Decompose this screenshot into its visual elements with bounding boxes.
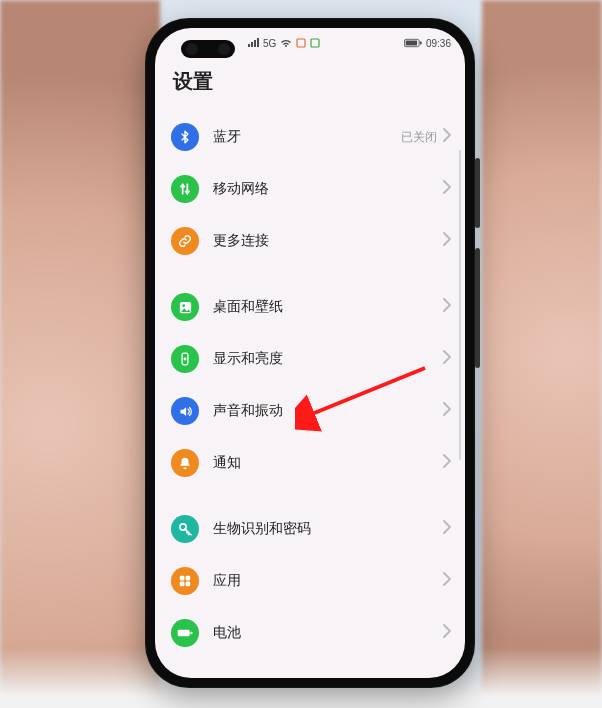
group-divider <box>155 489 465 503</box>
signal-icon <box>247 38 259 48</box>
settings-list: 蓝牙 已关闭 移动网络 更多连接 <box>155 111 465 659</box>
svg-rect-11 <box>186 576 191 581</box>
row-label: 显示和亮度 <box>213 350 443 368</box>
page-title: 设置 <box>155 58 465 111</box>
group-divider <box>155 267 465 281</box>
brightness-icon <box>171 345 199 373</box>
svg-rect-13 <box>186 582 191 587</box>
row-biometrics-password[interactable]: 生物识别和密码 <box>155 503 465 555</box>
bluetooth-icon <box>171 123 199 151</box>
svg-point-6 <box>182 304 185 307</box>
row-notifications[interactable]: 通知 <box>155 437 465 489</box>
row-label: 声音和振动 <box>213 402 443 420</box>
phone-side-button-1 <box>475 158 480 228</box>
row-label: 生物识别和密码 <box>213 520 443 538</box>
battery-icon <box>404 38 422 48</box>
row-label: 移动网络 <box>213 180 443 198</box>
chevron-right-icon <box>443 402 451 420</box>
phone-screen: 5G 09:36 设置 <box>155 28 465 678</box>
svg-rect-0 <box>297 39 305 47</box>
key-icon <box>171 515 199 543</box>
row-apps[interactable]: 应用 <box>155 555 465 607</box>
svg-rect-3 <box>406 41 417 46</box>
row-desktop-wallpaper[interactable]: 桌面和壁纸 <box>155 281 465 333</box>
row-label: 通知 <box>213 454 443 472</box>
status-indicator-1 <box>296 38 306 48</box>
chevron-right-icon <box>443 520 451 538</box>
scene-hand-right <box>482 0 602 708</box>
battery-row-icon <box>171 619 199 647</box>
row-more-connections[interactable]: 更多连接 <box>155 215 465 267</box>
svg-rect-14 <box>178 630 190 637</box>
chevron-right-icon <box>443 180 451 198</box>
phone-side-button-2 <box>475 248 480 368</box>
sound-icon <box>171 397 199 425</box>
svg-rect-10 <box>180 576 185 581</box>
status-time: 09:36 <box>426 38 451 49</box>
chevron-right-icon <box>443 572 451 590</box>
chevron-right-icon <box>443 232 451 250</box>
svg-point-8 <box>184 358 187 361</box>
link-icon <box>171 227 199 255</box>
bell-icon <box>171 449 199 477</box>
scene-hand-left <box>0 0 160 708</box>
chevron-right-icon <box>443 350 451 368</box>
status-indicator-2 <box>310 38 320 48</box>
row-value: 已关闭 <box>401 129 437 146</box>
svg-rect-4 <box>420 41 422 44</box>
chevron-right-icon <box>443 128 451 146</box>
chevron-right-icon <box>443 454 451 472</box>
image-icon <box>171 293 199 321</box>
mobile-network-icon <box>171 175 199 203</box>
row-label: 更多连接 <box>213 232 443 250</box>
row-battery[interactable]: 电池 <box>155 607 465 659</box>
status-right: 09:36 <box>404 38 451 49</box>
chevron-right-icon <box>443 624 451 642</box>
svg-rect-12 <box>180 582 185 587</box>
svg-rect-1 <box>311 39 319 47</box>
row-label: 桌面和壁纸 <box>213 298 443 316</box>
camera-cutout <box>181 40 235 58</box>
signal-label: 5G <box>263 38 276 49</box>
svg-rect-15 <box>190 632 192 635</box>
chevron-right-icon <box>443 298 451 316</box>
row-label: 电池 <box>213 624 443 642</box>
apps-icon <box>171 567 199 595</box>
row-sound-vibration[interactable]: 声音和振动 <box>155 385 465 437</box>
row-label: 应用 <box>213 572 443 590</box>
row-display-brightness[interactable]: 显示和亮度 <box>155 333 465 385</box>
row-mobile-network[interactable]: 移动网络 <box>155 163 465 215</box>
row-label: 蓝牙 <box>213 128 401 146</box>
status-left: 5G <box>247 38 320 49</box>
phone-frame: 5G 09:36 设置 <box>145 18 475 688</box>
row-bluetooth[interactable]: 蓝牙 已关闭 <box>155 111 465 163</box>
wifi-icon <box>280 38 292 48</box>
